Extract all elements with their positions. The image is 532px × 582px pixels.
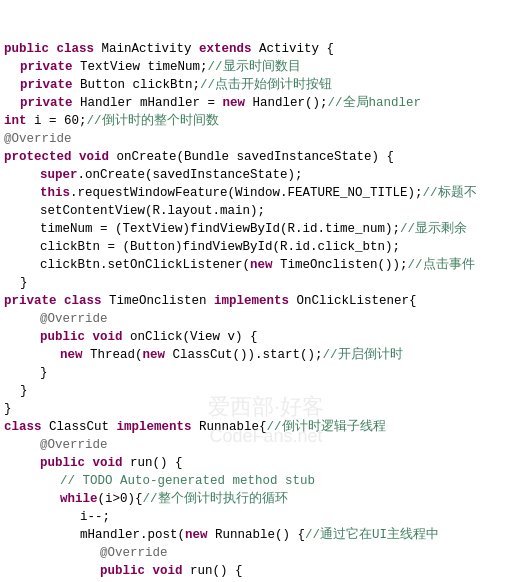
- code-line-20: }: [0, 382, 532, 400]
- code-token: Thread(: [90, 346, 143, 364]
- code-token: super: [40, 166, 78, 184]
- code-token: class: [4, 418, 49, 436]
- code-token: i--;: [80, 508, 110, 526]
- code-token: implements: [117, 418, 200, 436]
- code-token: public: [40, 328, 93, 346]
- code-token: }: [40, 364, 48, 382]
- code-token: while: [60, 490, 98, 508]
- code-token: TextView: [80, 58, 148, 76]
- code-line-14: }: [0, 274, 532, 292]
- code-token: //全局handler: [328, 94, 422, 112]
- code-line-27: i--;: [0, 508, 532, 526]
- code-line-13: clickBtn.setOnClickListener(new TimeOncl…: [0, 256, 532, 274]
- code-line-17: public void onClick(View v) {: [0, 328, 532, 346]
- code-line-9: this.requestWindowFeature(Window.FEATURE…: [0, 184, 532, 202]
- code-token: //显示剩余: [400, 220, 467, 238]
- code-line-26: while(i>0){//整个倒计时执行的循环: [0, 490, 532, 508]
- code-token: public: [40, 454, 93, 472]
- code-token: //通过它在UI主线程中: [305, 526, 439, 544]
- code-token: protected: [4, 148, 79, 166]
- code-token: TimeOnclisten: [109, 292, 214, 310]
- code-token: onClick(View v) {: [130, 328, 258, 346]
- code-token: void: [79, 148, 117, 166]
- code-token: new: [223, 94, 253, 112]
- code-line-12: clickBtn = (Button)findViewById(R.id.cli…: [0, 238, 532, 256]
- code-line-18: new Thread(new ClassCut()).start();//开启倒…: [0, 346, 532, 364]
- code-line-15: private class TimeOnclisten implements O…: [0, 292, 532, 310]
- code-line-1: public class MainActivity extends Activi…: [0, 40, 532, 58]
- code-line-11: timeNum = (TextView)findViewById(R.id.ti…: [0, 220, 532, 238]
- code-token: void: [153, 562, 191, 580]
- code-line-21: }: [0, 400, 532, 418]
- code-token: (i>0){: [98, 490, 143, 508]
- code-token: ClassCut: [49, 418, 117, 436]
- code-token: //倒计时逻辑子线程: [267, 418, 386, 436]
- code-token: @Override: [4, 130, 72, 148]
- code-token: TimeOnclisten());: [280, 256, 408, 274]
- code-token: clickBtn.setOnClickListener(: [40, 256, 250, 274]
- code-token: run() {: [130, 454, 183, 472]
- code-token: Handler: [80, 94, 140, 112]
- code-line-7: protected void onCreate(Bundle savedInst…: [0, 148, 532, 166]
- code-token: i = 60;: [34, 112, 87, 130]
- code-token: }: [20, 274, 28, 292]
- code-token: setContentView(R.layout.main);: [40, 202, 265, 220]
- code-token: clickBtn;: [133, 76, 201, 94]
- code-token: clickBtn = (Button)findViewById(R.id.cli…: [40, 238, 400, 256]
- code-line-30: public void run() {: [0, 562, 532, 580]
- code-line-8: super.onCreate(savedInstanceState);: [0, 166, 532, 184]
- code-token: run() {: [190, 562, 243, 580]
- code-token: @Override: [40, 310, 108, 328]
- code-token: Activity {: [259, 40, 334, 58]
- code-line-5: int i = 60;//倒计时的整个时间数: [0, 112, 532, 130]
- code-token: .requestWindowFeature(Window.FEATURE_NO_…: [70, 184, 423, 202]
- code-line-3: private Button clickBtn;//点击开始倒计时按钮: [0, 76, 532, 94]
- code-token: timeNum;: [148, 58, 208, 76]
- code-line-4: private Handler mHandler = new Handler()…: [0, 94, 532, 112]
- code-line-19: }: [0, 364, 532, 382]
- code-token: ClassCut()).start();: [173, 346, 323, 364]
- code-token: OnClickListener{: [297, 292, 417, 310]
- code-line-24: public void run() {: [0, 454, 532, 472]
- code-line-16: @Override: [0, 310, 532, 328]
- code-token: public: [4, 40, 57, 58]
- code-token: this: [40, 184, 70, 202]
- code-token: //倒计时的整个时间数: [87, 112, 219, 130]
- code-line-2: private TextView timeNum;//显示时间数目: [0, 58, 532, 76]
- code-token: .onCreate(savedInstanceState);: [78, 166, 303, 184]
- code-token: void: [93, 454, 131, 472]
- code-line-25: // TODO Auto-generated method stub: [0, 472, 532, 490]
- code-line-29: @Override: [0, 544, 532, 562]
- code-line-23: @Override: [0, 436, 532, 454]
- code-token: int: [4, 112, 34, 130]
- code-token: new: [250, 256, 280, 274]
- code-token: new: [143, 346, 173, 364]
- code-token: private: [20, 58, 80, 76]
- code-token: mHandler.post(: [80, 526, 185, 544]
- code-token: //点击事件: [408, 256, 475, 274]
- code-token: }: [4, 400, 12, 418]
- code-token: Button: [80, 76, 133, 94]
- code-token: new: [185, 526, 215, 544]
- code-line-10: setContentView(R.layout.main);: [0, 202, 532, 220]
- code-token: MainActivity: [102, 40, 200, 58]
- code-token: //点击开始倒计时按钮: [200, 76, 332, 94]
- code-token: extends: [199, 40, 259, 58]
- code-token: onCreate(Bundle savedInstanceState) {: [117, 148, 395, 166]
- code-line-6: @Override: [0, 130, 532, 148]
- code-token: implements: [214, 292, 297, 310]
- code-token: timeNum = (TextView)findViewById(R.id.ti…: [40, 220, 400, 238]
- code-token: @Override: [40, 436, 108, 454]
- code-token: //显示时间数目: [208, 58, 301, 76]
- code-container: public class MainActivity extends Activi…: [0, 0, 532, 582]
- code-token: private: [4, 292, 64, 310]
- code-line-22: class ClassCut implements Runnable{//倒计时…: [0, 418, 532, 436]
- code-token: public: [100, 562, 153, 580]
- code-token: //标题不: [423, 184, 477, 202]
- code-token: mHandler =: [140, 94, 223, 112]
- code-area: public class MainActivity extends Activi…: [0, 0, 532, 582]
- code-token: new: [60, 346, 90, 364]
- code-token: class: [64, 292, 109, 310]
- code-token: private: [20, 76, 80, 94]
- code-token: //整个倒计时执行的循环: [143, 490, 288, 508]
